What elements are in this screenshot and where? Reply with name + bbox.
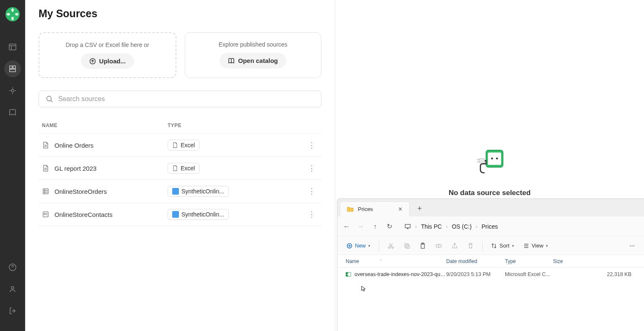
db-icon <box>172 211 179 218</box>
view-icon <box>523 243 529 249</box>
new-button[interactable]: New ▾ <box>343 241 374 250</box>
share-icon <box>451 242 458 249</box>
svg-rect-1 <box>9 44 16 50</box>
header-type: TYPE <box>168 122 318 128</box>
close-tab-icon[interactable]: ✕ <box>398 206 403 212</box>
explorer-body: X overseas-trade-indexes-nov-2023-quarte… <box>337 268 644 331</box>
forward-button[interactable]: → <box>357 223 364 230</box>
type-badge: Excel <box>168 163 199 174</box>
sort-asc-icon: ˄ <box>380 259 382 263</box>
svg-rect-2 <box>10 66 12 68</box>
column-date[interactable]: Date modified <box>446 258 505 264</box>
table-header: NAME TYPE <box>39 117 321 134</box>
file-icon <box>172 165 178 171</box>
table-row[interactable]: OnlineStoreContacts SyntheticOnlin... ⋮ <box>39 203 321 226</box>
svg-point-7 <box>11 287 14 289</box>
explorer-nav: ← → ↑ ↻ › This PC › OS (C:) › Prices <box>337 216 644 237</box>
excel-file-icon: X <box>346 271 351 277</box>
db-icon <box>172 188 179 195</box>
search-input[interactable] <box>58 95 314 103</box>
sidebar-item-3[interactable] <box>4 82 21 99</box>
svg-point-9 <box>47 96 52 101</box>
row-menu[interactable]: ⋮ <box>305 141 318 150</box>
svg-rect-10 <box>43 189 48 194</box>
folder-icon <box>347 206 354 213</box>
rename-button[interactable] <box>432 241 445 251</box>
column-name[interactable]: Name˄ <box>346 258 446 264</box>
svg-rect-22 <box>406 245 409 248</box>
database-icon <box>42 188 49 195</box>
svg-text:X: X <box>347 273 348 276</box>
sidebar-user[interactable] <box>4 281 21 297</box>
svg-rect-4 <box>10 69 16 72</box>
mouse-cursor-icon <box>361 285 367 292</box>
catalog-card: Explore published sources Open catalog <box>185 32 322 78</box>
svg-point-15 <box>491 158 493 160</box>
catalog-button[interactable]: Open catalog <box>220 53 286 68</box>
svg-point-12 <box>44 214 46 215</box>
plug-illustration-icon <box>471 143 509 180</box>
svg-rect-23 <box>421 244 424 248</box>
refresh-button[interactable]: ↻ <box>386 222 393 230</box>
breadcrumb-item[interactable]: OS (C:) <box>452 223 471 230</box>
search-box[interactable] <box>39 91 321 107</box>
upload-label: Drop a CSV or Excel file here or <box>46 42 169 48</box>
header-name: NAME <box>42 122 168 128</box>
sidebar-help[interactable] <box>4 259 21 276</box>
up-button[interactable]: ↑ <box>372 223 378 230</box>
main-panel: My Sources Drop a CSV or Excel file here… <box>25 0 335 331</box>
sidebar-item-4[interactable] <box>4 104 21 121</box>
rename-icon <box>435 242 442 249</box>
column-size[interactable]: Size <box>553 258 644 264</box>
app-logo <box>5 7 20 22</box>
explorer-toolbar: New ▾ Sort ▾ View ▾ ⋯ <box>337 237 644 255</box>
type-badge: SyntheticOnlin... <box>168 209 229 220</box>
delete-button[interactable] <box>464 241 477 251</box>
upload-card[interactable]: Drop a CSV or Excel file here or Upload.… <box>39 32 176 78</box>
svg-point-20 <box>392 247 393 248</box>
sidebar-logout[interactable] <box>4 302 21 319</box>
explorer-columns: Name˄ Date modified Type Size <box>337 255 644 268</box>
sort-button[interactable]: Sort ▾ <box>488 241 517 250</box>
breadcrumb-item[interactable]: This PC <box>421 223 442 230</box>
contacts-icon <box>42 211 49 218</box>
more-button[interactable]: ⋯ <box>626 241 638 250</box>
table-row[interactable]: Online Orders Excel ⋮ <box>39 134 321 157</box>
cut-button[interactable] <box>384 241 398 251</box>
row-menu[interactable]: ⋮ <box>305 210 318 219</box>
paste-button[interactable] <box>416 241 429 251</box>
file-icon <box>42 141 49 149</box>
new-tab-button[interactable]: + <box>417 204 422 216</box>
column-type[interactable]: Type <box>505 258 553 264</box>
catalog-label: Explore published sources <box>192 41 315 48</box>
sidebar-item-sources[interactable] <box>4 60 21 77</box>
table-row[interactable]: GL report 2023 Excel ⋮ <box>39 157 321 180</box>
svg-rect-17 <box>405 224 410 228</box>
empty-state-text: No data source selected <box>449 189 531 197</box>
file-icon <box>172 142 178 148</box>
view-button[interactable]: View ▾ <box>520 241 551 250</box>
share-button[interactable] <box>448 241 461 251</box>
file-row[interactable]: X overseas-trade-indexes-nov-2023-quarte… <box>337 268 644 281</box>
breadcrumbs[interactable]: › This PC › OS (C:) › Prices <box>404 223 498 230</box>
sidebar-item-1[interactable] <box>4 39 21 55</box>
file-icon <box>42 164 49 172</box>
breadcrumb-item[interactable]: Prices <box>481 223 498 230</box>
type-badge: SyntheticOnlin... <box>168 186 229 197</box>
cut-icon <box>388 242 394 249</box>
row-menu[interactable]: ⋮ <box>305 164 318 173</box>
trash-icon <box>467 242 474 249</box>
upload-icon <box>89 58 96 65</box>
search-icon <box>46 95 53 103</box>
book-icon <box>228 57 235 64</box>
table-row[interactable]: OnlineStoreOrders SyntheticOnlin... ⋮ <box>39 180 321 203</box>
copy-button[interactable] <box>400 241 414 251</box>
svg-point-19 <box>388 247 390 248</box>
svg-point-5 <box>11 89 14 92</box>
svg-rect-14 <box>488 152 501 165</box>
row-menu[interactable]: ⋮ <box>305 187 318 196</box>
file-explorer-window: Prices ✕ + ← → ↑ ↻ › This PC › OS (C:) ›… <box>337 198 644 331</box>
back-button[interactable]: ← <box>343 223 350 230</box>
explorer-tab[interactable]: Prices ✕ <box>340 201 410 216</box>
upload-button[interactable]: Upload... <box>81 53 134 69</box>
